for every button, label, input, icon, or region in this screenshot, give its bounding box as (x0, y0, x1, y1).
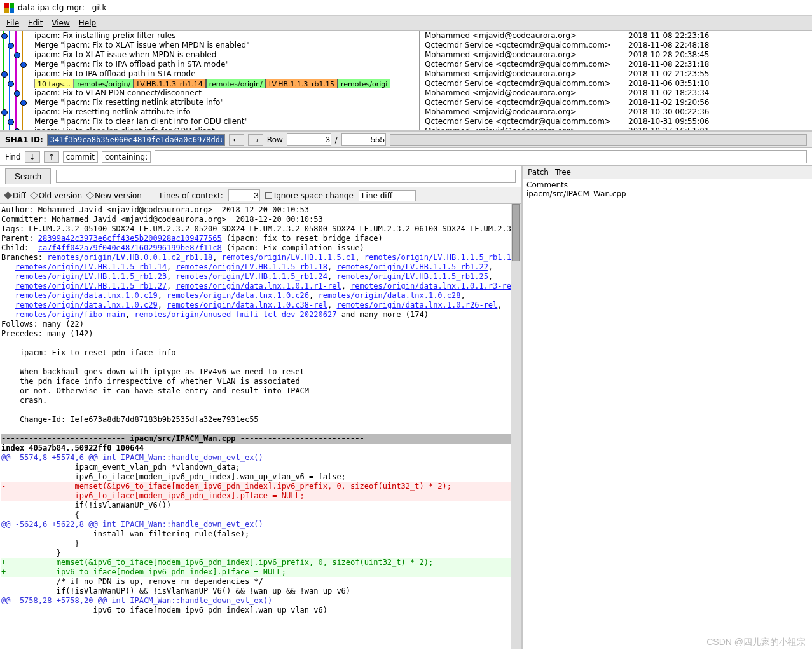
branch-link[interactable]: remotes/origin/data.lnx.1.0.1.r3-rel (350, 282, 516, 290)
commit-subject[interactable]: Merge "ipacm: Fix to IPA offload path in… (0, 60, 419, 69)
branch-link[interactable]: remotes/origin/LV.HB.1.1.5_rb1.25 (336, 272, 488, 281)
branch-link[interactable]: remotes/origin/data.lnx.1.0.c19 (15, 291, 158, 300)
commit-date: 2018-10-31 09:55:06 (627, 117, 812, 126)
change-id: Change-Id: Iefe673a8db7dd87183b9b2535dfa… (1, 415, 259, 424)
progress-bar (390, 134, 807, 146)
diff-options: Diff Old version New version Lines of co… (0, 187, 521, 204)
radio-old-version[interactable]: Old version (31, 191, 82, 200)
commit-date: 2018-11-06 03:51:10 (627, 79, 812, 88)
commit-author: Mohammed <mjavid@codeaurora.org> (423, 107, 623, 117)
menu-edit[interactable]: Edit (28, 18, 43, 27)
commit-subject[interactable]: Merge "ipacm: Fix to XLAT issue when MPD… (0, 41, 419, 50)
branch-link[interactable]: remotes/origin/data.lnx.1.0.c26 (167, 291, 309, 300)
diff-file-header: --------------------------- ipacm/src/IP… (1, 434, 520, 444)
branch-link[interactable]: remotes/origin/data.lnx.1.0.1.r1-rel (176, 282, 341, 290)
commit-author: Qctecmdr Service <qctecmdr@qualcomm.com> (423, 60, 623, 69)
commit-date: 2018-10-28 20:38:45 (627, 50, 812, 60)
find-down-button[interactable]: ↓ (25, 151, 40, 163)
child-label: Child: (1, 243, 38, 252)
menu-help[interactable]: Help (79, 18, 96, 27)
comments-label: Comments (526, 180, 808, 189)
tree-file[interactable]: ipacm/src/IPACM_Wan.cpp (526, 189, 808, 198)
find-containing-select[interactable]: containing: (102, 151, 151, 163)
commit-author: Qctecmdr Service <qctecmdr@qualcomm.com> (423, 79, 623, 88)
find-bar: Find ↓ ↑ commit containing: (0, 148, 812, 166)
diff-add-line: + memset(&ipv6_to_iface[modem_ipv6_pdn_i… (1, 558, 520, 567)
menu-file[interactable]: File (6, 18, 19, 27)
find-mode-select[interactable]: commit (63, 151, 98, 163)
parent-label: Parent: (1, 234, 38, 243)
diff-hunk: @@ -5758,28 +5758,20 @@ int IPACM_Wan::h… (1, 596, 520, 606)
radio-diff[interactable]: Diff (5, 191, 26, 200)
branches-label: Branches: (1, 253, 47, 262)
row-current-input[interactable] (287, 133, 331, 146)
branch-link[interactable]: remotes/origin/LV.HB.1.1.5_rb1.18 (176, 262, 327, 271)
radio-patch[interactable]: Patch (528, 168, 549, 177)
tree-tabs: Patch Tree (523, 166, 812, 179)
find-up-button[interactable]: ↑ (44, 151, 59, 163)
branch-link[interactable]: remotes/origin/data.lnx.1.0.c38-rel (167, 301, 327, 309)
commit-date: 2018-11-02 18:23:34 (627, 88, 812, 98)
branch-link[interactable]: remotes/origin/fibo-main (15, 310, 125, 319)
commit-author: Qctecmdr Service <qctecmdr@qualcomm.com> (423, 117, 623, 126)
commit-subject[interactable]: 10 tags…remotes/origin/LV.HB.1.1.3_rb1.1… (0, 79, 419, 88)
lines-of-context-label: Lines of context: (160, 191, 223, 200)
sha-input[interactable] (47, 134, 225, 146)
commit-subject[interactable]: ipacm: Fix to IPA offload path in STA mo… (0, 69, 419, 79)
commit-subject[interactable]: ipacm: Fix to VLAN PDN connect/disconnec… (0, 88, 419, 98)
commit-tags: Tags: LE.UM.2.3.2-05100-SDX24 LE.UM.2.3.… (1, 224, 521, 233)
commit-subject[interactable]: ipacm: Fix to XLAT issue when MPDN is en… (0, 50, 419, 60)
menu-bar: File Edit View Help (0, 15, 812, 31)
commit-msg-title: ipacm: Fix to reset pdn iface info (1, 348, 176, 357)
branch-link[interactable]: remotes/origin/data.lnx.1.0.c29 (15, 301, 158, 309)
diff-add-line: + ipv6_to_iface[modem_ipv6_pdn_index].pI… (1, 567, 520, 577)
search-input[interactable] (56, 170, 516, 183)
branch-link[interactable]: remotes/origin/data.lnx.1.0.r26-rel (336, 301, 497, 309)
commit-subject[interactable]: Merge "ipacm: Fix to clear lan client in… (0, 117, 419, 126)
child-link[interactable]: ca7f4ff042a79f040e4871602996199be87f11c8 (38, 243, 222, 252)
commit-date: 2018-11-02 21:23:55 (627, 69, 812, 79)
commit-subject[interactable]: ipacm: Fix installing prefix filter rule… (0, 31, 419, 41)
precedes-line: Precedes: many (142) (1, 329, 93, 338)
branch-link[interactable]: remotes/origin/LV.HB.1.1.5.c1 (222, 253, 355, 262)
branch-link[interactable]: remotes/origin/LV.HB.1.1.5_rb1.14 (15, 262, 167, 271)
commit-subject[interactable]: ipacm: Fix resetting netlink attribute i… (0, 107, 419, 117)
row-label: Row (267, 135, 283, 144)
nav-forward-button[interactable]: → (248, 134, 263, 146)
checkbox-ignore-space[interactable]: Ignore space change (265, 191, 354, 200)
tree-body: Comments ipacm/src/IPACM_Wan.cpp (523, 179, 812, 200)
branch-link[interactable]: remotes/origin/LV.HB.1.1.5_rb1.12 (364, 253, 516, 262)
branch-link[interactable]: remotes/origin/LV.HB.1.1.5_rb1.23 (15, 272, 167, 281)
sha-label: SHA1 ID: (5, 135, 43, 144)
commit-author: Mohammed <mjavid@codeaurora.org> (423, 31, 623, 41)
diff-hunk: @@ -5574,8 +5574,6 @@ int IPACM_Wan::han… (1, 453, 520, 463)
branch-link[interactable]: remotes/origin/unused-fmifi-tcl-dev-2022… (135, 310, 337, 319)
branch-link[interactable]: remotes/origin/data.lnx.1.0.c28 (319, 291, 461, 300)
branch-link[interactable]: remotes/origin/LV.HB.1.1.5_rb1.24 (176, 272, 327, 281)
diff-pane[interactable]: Author: Mohammed Javid <mjavid@codeauror… (0, 204, 521, 649)
commit-date: 2018-11-08 22:23:16 (627, 31, 812, 41)
commit-subject[interactable]: ipacm: Fix to clear lan client info for … (0, 126, 419, 130)
branch-link[interactable]: remotes/origin/LV.HB.1.1.5_rb1.22 (336, 262, 488, 271)
lines-of-context-input[interactable] (228, 189, 260, 201)
commit-author: Mohammed <mjavid@codeaurora.org> (423, 126, 623, 130)
commit-subject[interactable]: Merge "ipacm: Fix resetting netlink attr… (0, 98, 419, 107)
commit-date: 2018-10-27 16:51:01 (627, 126, 812, 130)
row-separator: / (335, 135, 338, 144)
commit-author: Author: Mohammed Javid <mjavid@codeauror… (1, 205, 309, 214)
scrollbar[interactable] (511, 204, 521, 649)
radio-new-version[interactable]: New version (87, 191, 142, 200)
radio-tree[interactable]: Tree (555, 168, 571, 177)
nav-back-button[interactable]: ← (229, 134, 244, 146)
search-bar: Search (0, 166, 521, 187)
find-input[interactable] (155, 150, 807, 163)
line-diff-select[interactable]: Line diff (359, 190, 416, 201)
menu-view[interactable]: View (52, 18, 69, 27)
parent-link[interactable]: 28399a42c3973e6cff43e5b200928ac109477565 (38, 234, 222, 243)
window-titlebar: data-ipa-cfg-mgr: - gitk (0, 0, 812, 15)
branch-link[interactable]: remotes/origin/LV.HB.0.0.1.c2_rb1.18 (47, 253, 212, 262)
branch-link[interactable]: remotes/origin/LV.HB.1.1.5_rb1.27 (15, 282, 167, 290)
commit-author: Qctecmdr Service <qctecmdr@qualcomm.com> (423, 41, 623, 50)
window-title: data-ipa-cfg-mgr: - gitk (18, 3, 106, 12)
search-button[interactable]: Search (5, 168, 51, 184)
